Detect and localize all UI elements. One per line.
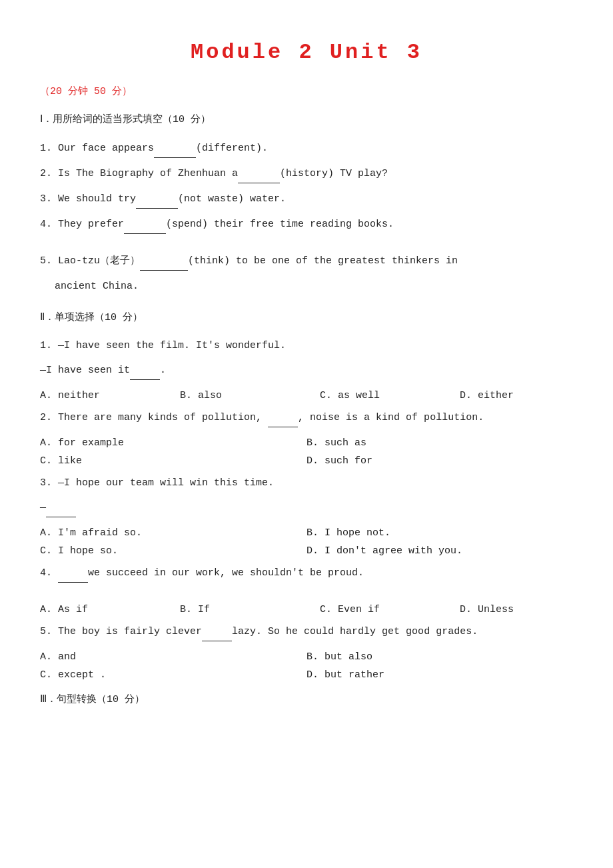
q2-4-text-after: we succeed in our work, we shouldn't be … [88, 567, 364, 579]
q2-3-optB: B. I hope not. [306, 524, 573, 542]
q2-4-options: A. As if B. If C. Even if D. Unless [40, 601, 573, 619]
q2-1-optD: D. either [460, 387, 580, 405]
page-title: Module 2 Unit 3 [40, 40, 573, 65]
q2-3-optA: A. I'm afraid so. [40, 524, 306, 542]
section-3: Ⅲ．句型转换（10 分） [40, 691, 573, 710]
q1-1-text-before: Our face appears [58, 143, 154, 154]
q2-2-text-after: , noise is a kind of pollution. [298, 412, 484, 423]
q2-4-blank [58, 564, 88, 583]
q2-1-period: . [160, 365, 166, 376]
q1-3-blank [136, 190, 178, 209]
q2-1-line1: 1. —I have seen the film. It's wonderful… [40, 337, 573, 355]
section-1: Ⅰ．用所给词的适当形式填空（10 分） 1. Our face appears … [40, 111, 573, 295]
q1-1-num: 1. [40, 143, 58, 154]
q2-3-optD: D. I don't agree with you. [306, 542, 573, 560]
q1-1: 1. Our face appears (different). [40, 139, 573, 158]
q2-5-options: A. and B. but also C. except . D. but ra… [40, 648, 573, 684]
q2-5-optA: A. and [40, 648, 306, 666]
q2-5-optD: D. but rather [306, 666, 573, 684]
q1-4-blank [124, 215, 166, 234]
q1-5-text-before: Lao-tzu（老子） [58, 255, 140, 267]
q2-5-line1: 5. The boy is fairly clever lazy. So he … [40, 623, 573, 641]
q2-3-blank [46, 499, 76, 517]
q1-5-line1: 5. Lao-tzu（老子） (think) to be one of the … [40, 252, 573, 271]
q2-2-num: 2. [40, 412, 58, 423]
q1-5-num: 5. [40, 255, 58, 267]
q2-5-text-after: lazy. So he could hardly get good grades… [232, 626, 478, 637]
q2-4-optA: A. As if [40, 601, 160, 619]
q1-2-text-before: Is The Biography of Zhenhuan a [58, 168, 238, 179]
q2-3-line1: 3. —I hope our team will win this time. [40, 474, 573, 492]
q1-1-blank [154, 139, 196, 158]
q1-5-cont: ancient China. [55, 281, 139, 292]
q1-4-num: 4. [40, 219, 58, 230]
q1-3-num: 3. [40, 193, 58, 205]
q2-1-num: 1. [40, 340, 58, 351]
q2-1-dash: —I have seen it [40, 365, 130, 376]
q2-2-options: A. for example B. such as C. like D. suc… [40, 434, 573, 470]
q2-4-num: 4. [40, 567, 58, 579]
q2-1-line2: —I have seen it . [40, 361, 573, 380]
section-2-title: Ⅱ．单项选择（10 分） [40, 309, 573, 328]
q2-1-optB: B. also [180, 387, 300, 405]
q2-1-optC: C. as well [320, 387, 440, 405]
q1-3: 3. We should try (not waste) water. [40, 190, 573, 209]
section-1-title: Ⅰ．用所给词的适当形式填空（10 分） [40, 111, 573, 130]
q2-2-optA: A. for example [40, 434, 306, 452]
q1-1-text-after: (different). [196, 143, 268, 154]
q1-3-text-after: (not waste) water. [178, 193, 286, 205]
q1-4-text-after: (spend) their free time reading books. [166, 219, 394, 230]
q1-5-blank [140, 252, 188, 271]
q1-4: 4. They prefer (spend) their free time r… [40, 215, 573, 234]
q2-5-optC: C. except . [40, 666, 306, 684]
q2-3-optC: C. I hope so. [40, 542, 306, 560]
q2-3-line2: — [40, 499, 573, 517]
q2-4-optC: C. Even if [320, 601, 440, 619]
q2-1-blank [130, 361, 160, 380]
q2-2-optC: C. like [40, 452, 306, 470]
q2-2-optD: D. such for [306, 452, 573, 470]
q2-3-num: 3. [40, 477, 58, 489]
q2-2-blank [268, 409, 298, 427]
q2-5-text-before: The boy is fairly clever [58, 626, 202, 637]
q2-4-optD: D. Unless [460, 601, 580, 619]
q1-2-text-after: (history) TV play? [280, 168, 388, 179]
q1-5-text-after: (think) to be one of the greatest thinke… [188, 255, 458, 267]
q2-4-optB: B. If [180, 601, 300, 619]
q2-3-text1: —I hope our team will win this time. [58, 477, 274, 489]
q2-5-blank [202, 623, 232, 641]
q1-5-line2: ancient China. [55, 277, 573, 295]
section-3-title: Ⅲ．句型转换（10 分） [40, 691, 573, 710]
q1-2: 2. Is The Biography of Zhenhuan a (histo… [40, 165, 573, 183]
q2-2-text-before: There are many kinds of pollution, [58, 412, 268, 423]
q2-1-options: A. neither B. also C. as well D. either [40, 387, 573, 405]
q1-3-text-before: We should try [58, 193, 136, 205]
q1-2-blank [238, 165, 280, 183]
q2-3-options: A. I'm afraid so. B. I hope not. C. I ho… [40, 524, 573, 560]
section-2: Ⅱ．单项选择（10 分） 1. —I have seen the film. I… [40, 309, 573, 685]
time-score: （20 分钟 50 分） [40, 85, 573, 97]
q2-5-optB: B. but also [306, 648, 573, 666]
q1-2-num: 2. [40, 168, 58, 179]
q2-2-line1: 2. There are many kinds of pollution, , … [40, 409, 573, 427]
q1-4-text-before: They prefer [58, 219, 124, 230]
q2-4-line1: 4. we succeed in our work, we shouldn't … [40, 564, 573, 583]
q2-5-num: 5. [40, 626, 58, 637]
q2-2-optB: B. such as [306, 434, 573, 452]
q2-3-dash: — [40, 502, 46, 513]
q2-1-optA: A. neither [40, 387, 160, 405]
q2-1-text1: —I have seen the film. It's wonderful. [58, 340, 286, 351]
